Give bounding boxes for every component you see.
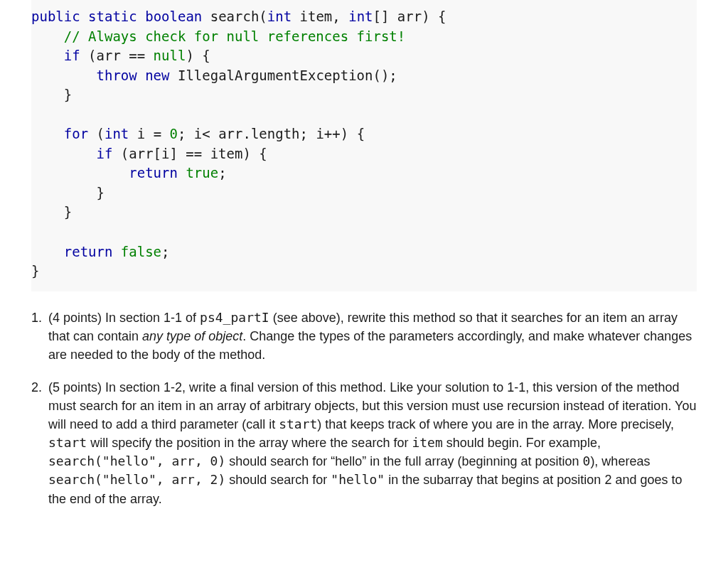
code-text: search(: [202, 9, 267, 24]
code-text: ;: [161, 244, 169, 259]
code-kw: static: [88, 9, 137, 24]
code-kw: if: [64, 48, 80, 63]
q2-mono: search("hello", arr, 2): [48, 472, 225, 487]
page-root: public static boolean search(int item, i…: [0, 0, 728, 544]
code-kw: for: [64, 126, 88, 141]
q2-mono: "hello": [331, 472, 385, 487]
q2-text: should search for “hello” in the full ar…: [225, 454, 582, 468]
q2-mono: item: [412, 435, 442, 450]
q2-mono: start: [48, 435, 87, 450]
q2-text: ), whereas: [590, 454, 650, 468]
q1-file: ps4_partI: [200, 310, 269, 325]
code-kw: if: [97, 146, 113, 161]
code-kw: int: [267, 9, 291, 24]
code-text: item,: [291, 9, 348, 24]
code-text: (arr ==: [80, 48, 154, 63]
question-number: 2.: [31, 378, 48, 508]
code-kw: int: [348, 9, 373, 24]
question-body: (4 points) In section 1-1 of ps4_partI (…: [48, 308, 697, 364]
code-text: }: [31, 263, 39, 279]
question-1: 1. (4 points) In section 1-1 of ps4_part…: [31, 308, 697, 364]
code-text: ) {: [186, 48, 210, 63]
code-text: }: [64, 204, 72, 220]
code-lit: true: [186, 165, 218, 181]
code-comment: // Always check for null references firs…: [64, 28, 405, 44]
q2-mono: search("hello", arr, 0): [48, 453, 225, 468]
q2-text: should begin. For example,: [443, 436, 601, 450]
code-text: IllegalArgumentException();: [170, 68, 397, 83]
code-text: ;: [218, 165, 226, 181]
q2-text: should search for: [225, 473, 331, 487]
code-text: i =: [129, 126, 169, 141]
question-list: 1. (4 points) In section 1-1 of ps4_part…: [31, 308, 697, 508]
code-text: }: [97, 185, 105, 200]
code-kw: new: [145, 68, 169, 83]
code-text: }: [64, 87, 72, 102]
q2-mono: 0: [583, 453, 591, 468]
code-block: public static boolean search(int item, i…: [31, 0, 697, 291]
code-lit: null: [154, 48, 186, 63]
code-kw: return: [64, 244, 113, 259]
code-kw: public: [31, 9, 80, 24]
q2-text: ) that keeps track of where you are in t…: [317, 417, 674, 431]
code-kw: boolean: [145, 9, 202, 24]
code-num: 0: [170, 126, 178, 141]
code-text: [] arr) {: [373, 9, 446, 24]
q2-text: will specify the position in the array w…: [87, 436, 412, 450]
code-kw: int: [105, 126, 129, 141]
q1-italic: any type of object: [142, 329, 242, 343]
question-body: (5 points) In section 1-2, write a final…: [48, 378, 697, 508]
code-kw: throw: [97, 68, 137, 83]
code-text: ; i< arr.length; i++) {: [178, 126, 365, 141]
question-number: 1.: [31, 308, 48, 364]
code-text: (: [88, 126, 105, 141]
code-lit: false: [121, 244, 161, 259]
q2-mono: start: [279, 417, 317, 431]
question-2: 2. (5 points) In section 1-2, write a fi…: [31, 378, 697, 508]
code-kw: return: [129, 165, 178, 181]
q1-text: (4 points) In section 1-1 of: [48, 311, 200, 325]
code-text: (arr[i] == item) {: [112, 146, 267, 161]
